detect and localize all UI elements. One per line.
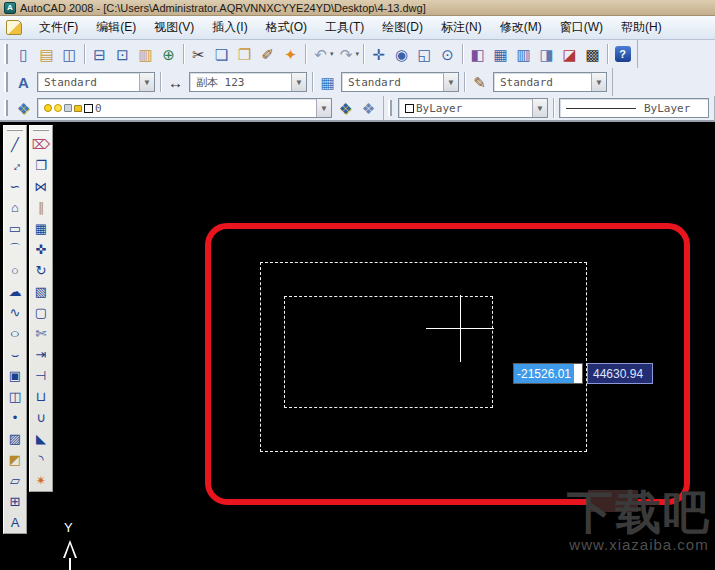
help-button[interactable]: ? [611, 43, 634, 66]
markup-set-manager-button[interactable]: ◪ [558, 43, 581, 66]
insert-block-button[interactable]: ▣ [5, 365, 26, 386]
dynamic-input-x[interactable]: -21526.01 [513, 363, 583, 384]
dynamic-input-y[interactable]: 44630.94 [587, 363, 653, 384]
menu-item-6[interactable]: 工具(T) [316, 16, 373, 39]
rectangle-button[interactable]: ▭ [5, 218, 26, 239]
plot-button[interactable]: ⊟ [88, 43, 111, 66]
publish-button[interactable]: ▥ [134, 43, 157, 66]
designcenter-button[interactable]: ▦ [489, 43, 512, 66]
layer-plot-icon[interactable] [64, 104, 72, 112]
undo-button[interactable]: ↶ [309, 43, 332, 66]
toolbar-grip[interactable] [4, 72, 8, 92]
plot-preview-button[interactable]: ⊡ [111, 43, 134, 66]
layer-lock-icon[interactable] [74, 105, 82, 112]
break-at-point-button[interactable]: ⊣ [31, 365, 52, 386]
zoom-previous-button[interactable]: ⊙ [436, 43, 459, 66]
circle-button[interactable]: ○ [5, 260, 26, 281]
stretch-button[interactable]: ▢ [31, 302, 52, 323]
explode-button[interactable]: ✴ [31, 470, 52, 491]
zoom-realtime-button[interactable]: ◉ [390, 43, 413, 66]
quickcalc-button[interactable]: ▩ [581, 43, 604, 66]
menu-item-5[interactable]: 格式(O) [257, 16, 316, 39]
sheetset-manager-button[interactable]: ◨ [535, 43, 558, 66]
table-style-button[interactable]: ▦ [316, 71, 339, 94]
chamfer-button[interactable]: ◣ [31, 428, 52, 449]
table-button[interactable]: ⊞ [5, 491, 26, 512]
chevron-down-icon[interactable]: ▼ [316, 99, 331, 117]
document-icon[interactable] [6, 20, 22, 35]
revision-cloud-button[interactable]: ☁ [5, 281, 26, 302]
hatch-button[interactable]: ▨ [5, 428, 26, 449]
mtext-button[interactable]: A [5, 512, 26, 533]
mleader-style-combo[interactable]: Standard ▼ [493, 72, 607, 92]
menu-item-10[interactable]: 窗口(W) [551, 16, 612, 39]
layer-freeze-icon[interactable] [54, 104, 62, 112]
cut-button[interactable]: ✂ [187, 43, 210, 66]
zoom-window-button[interactable]: ◱ [413, 43, 436, 66]
offset-button[interactable]: ∥ [31, 197, 52, 218]
linetype-combo[interactable]: ByLayer [559, 98, 709, 118]
layer-combo[interactable]: 0 ▼ [37, 98, 332, 118]
color-combo[interactable]: ByLayer ▼ [398, 98, 548, 118]
make-block-button[interactable]: ◫ [5, 386, 26, 407]
layer-properties-manager-button[interactable]: ❖ [12, 97, 35, 120]
polygon-button[interactable]: ⌂ [5, 197, 26, 218]
menu-item-1[interactable]: 文件(F) [30, 16, 87, 39]
chevron-down-icon[interactable]: ▼ [532, 99, 547, 117]
copy-button[interactable]: ❏ [210, 43, 233, 66]
chevron-down-icon[interactable]: ▼ [291, 73, 306, 91]
menu-item-7[interactable]: 绘图(D) [373, 16, 432, 39]
toolbar-grip[interactable] [4, 44, 8, 64]
redo-button[interactable]: ↷ [335, 43, 358, 66]
text-style-combo[interactable]: Standard ▼ [37, 72, 155, 92]
autocad-logo-icon[interactable]: A [4, 2, 16, 14]
erase-button[interactable]: ⌦ [31, 134, 52, 155]
block-editor-button[interactable]: ✦ [279, 43, 302, 66]
open-button[interactable]: ▤ [35, 43, 58, 66]
publish-web-button[interactable]: ⊕ [157, 43, 180, 66]
mirror-button[interactable]: ⋈ [31, 176, 52, 197]
menu-item-2[interactable]: 编辑(E) [87, 16, 145, 39]
ellipse-arc-button[interactable]: ⌣ [5, 344, 26, 365]
new-button[interactable]: ▯ [12, 43, 35, 66]
dim-style-combo[interactable]: 副本 123 ▼ [189, 72, 307, 92]
polyline-button[interactable]: ∽ [5, 176, 26, 197]
dim-style-button[interactable]: ↔ [164, 71, 187, 94]
layer-previous-button[interactable]: ❖ [357, 97, 380, 120]
break-button[interactable]: ⊔ [31, 386, 52, 407]
tool-palettes-button[interactable]: ▥ [512, 43, 535, 66]
chevron-down-icon[interactable]: ▼ [591, 73, 606, 91]
menu-item-8[interactable]: 标注(N) [432, 16, 491, 39]
trim-button[interactable]: ✄ [31, 323, 52, 344]
menu-item-3[interactable]: 视图(V) [145, 16, 203, 39]
table-style-combo[interactable]: Standard ▼ [341, 72, 459, 92]
text-style-button[interactable]: A [12, 71, 35, 94]
mleader-style-button[interactable]: ✎ [468, 71, 491, 94]
match-properties-button[interactable]: ✐ [256, 43, 279, 66]
chevron-down-icon[interactable]: ▼ [139, 73, 154, 91]
paste-button[interactable]: ❐ [233, 43, 256, 66]
gradient-button[interactable]: ◩ [5, 449, 26, 470]
menu-item-11[interactable]: 帮助(H) [612, 16, 671, 39]
properties-button[interactable]: ◧ [466, 43, 489, 66]
toolbar-grip[interactable] [7, 129, 22, 131]
pan-button[interactable]: ✛ [367, 43, 390, 66]
save-button[interactable]: ◫ [58, 43, 81, 66]
copy-button[interactable]: ❐ [31, 155, 52, 176]
chevron-down-icon[interactable]: ▼ [443, 73, 458, 91]
construction-line-button[interactable]: ↔ [5, 155, 26, 176]
rotate-button[interactable]: ↻ [31, 260, 52, 281]
toolbar-grip[interactable] [33, 129, 48, 131]
drawing-canvas[interactable]: ╱↔∽⌂▭⌒○☁∿○⌣▣◫•▨◩▱⊞A ⌦❐⋈∥▦✜↻▧▢✄⇥⊣⊔∪◣◝✴ -2… [0, 122, 715, 570]
point-button[interactable]: • [5, 407, 26, 428]
layer-on-bulb-icon[interactable] [44, 104, 52, 112]
move-button[interactable]: ✜ [31, 239, 52, 260]
menu-item-9[interactable]: 修改(M) [491, 16, 551, 39]
line-button[interactable]: ╱ [5, 134, 26, 155]
array-button[interactable]: ▦ [31, 218, 52, 239]
toolbar-grip[interactable] [4, 100, 8, 117]
region-button[interactable]: ▱ [5, 470, 26, 491]
extend-button[interactable]: ⇥ [31, 344, 52, 365]
fillet-button[interactable]: ◝ [31, 449, 52, 470]
menu-item-4[interactable]: 插入(I) [203, 16, 256, 39]
